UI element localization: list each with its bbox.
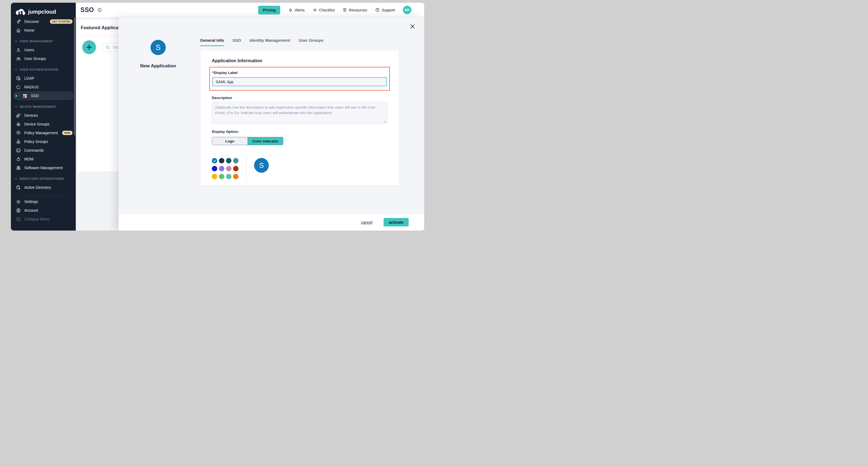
sidebar-item-label: Policy Groups (24, 139, 48, 144)
section-user-authentication[interactable]: USER AUTHENTICATION (11, 67, 76, 72)
jumpcloud-wordmark: jumpcloud (28, 9, 56, 15)
color-swatch[interactable] (233, 174, 239, 179)
ldap-database-icon (16, 76, 21, 81)
sidebar-item-policy-groups[interactable]: Policy Groups (11, 137, 76, 146)
sidebar-item-sso[interactable]: SSO (13, 91, 73, 100)
color-preview-circle: S (254, 158, 269, 173)
color-swatch-selected[interactable] (212, 158, 217, 164)
sidebar-item-label: Home (24, 28, 34, 32)
section-directory-integrations[interactable]: DIRECTORY INTEGRATIONS (11, 176, 76, 181)
card-heading: Application Information (212, 58, 388, 63)
sidebar-item-devices[interactable]: Devices (11, 111, 76, 120)
close-icon[interactable] (409, 24, 415, 29)
section-user-management[interactable]: USER MANAGEMENT (11, 38, 76, 44)
home-icon (16, 28, 21, 33)
color-swatch[interactable] (212, 166, 217, 171)
color-swatch[interactable] (219, 158, 224, 164)
sidebar-item-device-groups[interactable]: Device Groups (11, 120, 76, 128)
color-swatch[interactable] (226, 174, 231, 179)
sidebar-item-label: Settings (24, 199, 38, 204)
application-information-card: Application Information *Display Label D… (200, 50, 399, 185)
resources-button[interactable]: Resources (342, 8, 367, 12)
sidebar-item-mdm[interactable]: MDM (11, 155, 76, 164)
sidebar-item-label: Policy Management (24, 131, 58, 135)
info-icon[interactable] (97, 8, 102, 12)
search-icon (105, 45, 110, 50)
display-option-toggle: Logo Color Indicator (212, 137, 283, 145)
chevron-down-icon (15, 177, 18, 180)
rocket-icon (16, 19, 21, 24)
check-icon (212, 158, 217, 164)
color-swatch[interactable] (233, 158, 239, 164)
alerts-button[interactable]: Alerts (288, 8, 305, 12)
description-label: Description (212, 96, 388, 100)
sidebar: jumpcloud Discover GET STARTED (11, 3, 76, 231)
display-label-highlight: *Display Label (209, 67, 390, 91)
sidebar-item-user-groups[interactable]: User Groups (11, 54, 76, 63)
sidebar-item-label: Collapse Menu (24, 217, 50, 221)
sidebar-item-radius[interactable]: RADIUS (11, 83, 76, 91)
display-option-label: Display Option: (212, 129, 388, 134)
tab-sso[interactable]: SSO (232, 38, 241, 46)
sidebar-item-label: RADIUS (24, 85, 39, 89)
support-button[interactable]: Support (375, 8, 395, 12)
modal-footer: cancel activate (119, 214, 424, 231)
color-swatch[interactable] (226, 166, 231, 171)
modal-tabs: General Info SSO Identity Management Use… (200, 38, 402, 46)
display-label-input[interactable] (212, 77, 387, 86)
application-summary: S New Application (119, 18, 198, 231)
pricing-button[interactable]: Pricing (258, 6, 280, 14)
sidebar-item-ldap[interactable]: LDAP (11, 74, 76, 83)
tab-user-groups[interactable]: User Groups (299, 38, 323, 46)
active-indicator-dot (15, 95, 17, 97)
color-swatch[interactable] (219, 174, 224, 179)
logo-option[interactable]: Logo (212, 137, 248, 145)
color-swatch[interactable] (212, 174, 217, 179)
apple-icon (16, 156, 21, 162)
tab-general-info[interactable]: General Info (200, 38, 224, 46)
add-application-button[interactable] (82, 40, 96, 54)
sidebar-item-account[interactable]: Account (11, 206, 76, 215)
resize-handle-icon[interactable] (384, 120, 386, 123)
checklist-button[interactable]: Checklist (312, 8, 335, 12)
sidebar-item-policy-management[interactable]: Policy Management NEW (11, 128, 76, 137)
get-started-badge: GET STARTED (50, 19, 72, 24)
user-avatar[interactable]: KK (403, 6, 411, 14)
new-badge: NEW (62, 131, 72, 135)
topbar-actions: Pricing Alerts (258, 6, 411, 14)
color-swatch[interactable] (233, 166, 239, 171)
sidebar-item-active-directory[interactable]: Active Directory (11, 183, 76, 192)
plus-icon (86, 43, 93, 51)
page-title: SSO (81, 6, 94, 13)
color-indicator-option[interactable]: Color Indicator (248, 137, 283, 145)
sidebar-item-settings[interactable]: Settings (11, 197, 76, 206)
modal-content: General Info SSO Identity Management Use… (198, 18, 424, 231)
activate-button[interactable]: activate (383, 218, 409, 227)
device-groups-icon (16, 122, 21, 127)
sidebar-item-discover[interactable]: Discover GET STARTED (11, 17, 76, 26)
sidebar-item-collapse-menu[interactable]: Collapse Menu (11, 215, 76, 224)
sidebar-item-software-management[interactable]: Software Management (11, 164, 76, 172)
devices-icon (16, 113, 21, 118)
application-name: New Application (140, 63, 176, 69)
color-swatch-grid (212, 158, 239, 179)
jumpcloud-cloud-icon (15, 8, 26, 16)
cancel-button[interactable]: cancel (361, 220, 372, 225)
sidebar-item-label: Device Groups (24, 122, 50, 126)
tab-identity-management[interactable]: Identity Management (249, 38, 290, 46)
sidebar-item-label: Discover (24, 19, 39, 24)
jumpcloud-logo[interactable]: jumpcloud (11, 3, 76, 17)
description-textarea[interactable] (212, 102, 388, 124)
sidebar-item-users[interactable]: Users (11, 46, 76, 54)
sidebar-item-home[interactable]: Home (11, 26, 76, 35)
section-device-management[interactable]: DEVICE MANAGEMENT (11, 104, 76, 109)
color-swatch[interactable] (226, 158, 231, 164)
modal-body: S New Application General Info SSO Ident… (119, 18, 424, 231)
radius-icon (16, 85, 21, 90)
display-label-label: *Display Label (212, 71, 238, 75)
sidebar-scrollbar[interactable] (74, 18, 75, 135)
sidebar-item-commands[interactable]: Commands (11, 146, 76, 155)
color-swatch[interactable] (219, 166, 224, 171)
account-icon (16, 208, 21, 213)
question-circle-icon (375, 8, 380, 12)
